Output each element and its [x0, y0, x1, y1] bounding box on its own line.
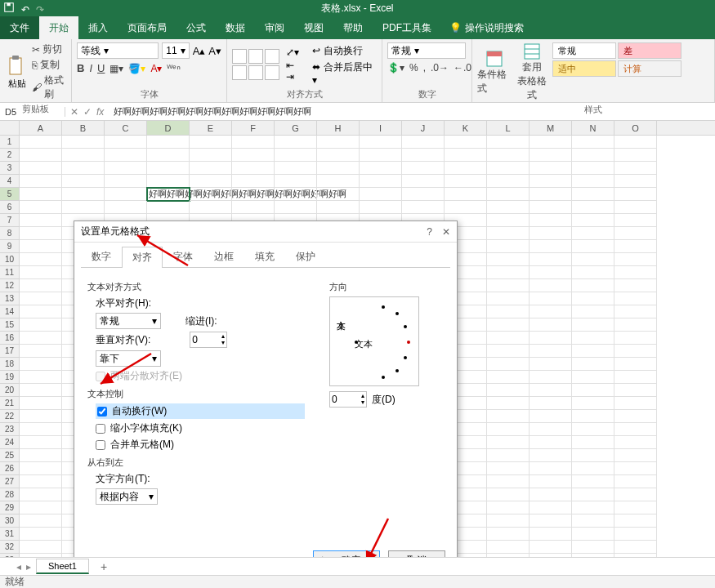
comma-button[interactable]: , — [423, 62, 426, 74]
cell[interactable] — [572, 162, 614, 175]
style-good[interactable]: 适中 — [552, 60, 616, 77]
cell[interactable] — [20, 462, 62, 475]
cell[interactable] — [62, 149, 105, 162]
cell[interactable] — [614, 541, 657, 554]
cell[interactable] — [614, 475, 657, 488]
indent-spinner[interactable]: 0▴▾ — [190, 332, 227, 348]
row-header-9[interactable]: 9 — [0, 240, 20, 253]
tab-font[interactable]: 字体 — [163, 246, 203, 267]
cell[interactable] — [530, 292, 572, 305]
row-header-29[interactable]: 29 — [0, 501, 20, 514]
cell[interactable] — [614, 488, 657, 501]
row-header-32[interactable]: 32 — [0, 541, 20, 554]
cell[interactable] — [614, 371, 657, 384]
cell[interactable] — [360, 175, 402, 188]
cell[interactable] — [572, 358, 614, 371]
redo-icon[interactable]: ↷ — [36, 2, 44, 18]
cell[interactable] — [190, 175, 232, 188]
cell[interactable] — [317, 201, 360, 214]
wrap-text-button[interactable]: ↩ 自动换行 — [312, 44, 377, 58]
cell[interactable] — [20, 449, 62, 462]
cell[interactable] — [614, 201, 657, 214]
font-name-select[interactable]: 等线▾ — [77, 42, 159, 59]
cell[interactable] — [445, 175, 487, 188]
cell[interactable] — [487, 201, 530, 214]
cell[interactable] — [275, 149, 317, 162]
cell[interactable] — [275, 175, 317, 188]
cell[interactable] — [190, 188, 232, 201]
cell[interactable] — [402, 136, 445, 149]
cell[interactable] — [487, 371, 530, 384]
col-header-M[interactable]: M — [530, 121, 572, 135]
cell[interactable] — [105, 175, 147, 188]
row-header-4[interactable]: 4 — [0, 175, 20, 188]
cell[interactable] — [530, 136, 572, 149]
row-header-20[interactable]: 20 — [0, 384, 20, 397]
cell[interactable] — [360, 201, 402, 214]
phonetic-button[interactable]: ᵂᵉⁿ — [167, 63, 180, 74]
cell[interactable] — [62, 136, 105, 149]
merge-cells-check[interactable]: 合并单元格(M) — [96, 438, 305, 452]
cell[interactable] — [572, 214, 614, 227]
cell[interactable] — [20, 541, 62, 554]
merge-checkbox[interactable] — [96, 440, 105, 450]
cell[interactable] — [20, 266, 62, 279]
cell[interactable] — [487, 358, 530, 371]
cell[interactable] — [20, 514, 62, 528]
cell[interactable] — [190, 201, 232, 214]
cell[interactable] — [190, 136, 232, 149]
sheet-tab-1[interactable]: Sheet1 — [36, 559, 89, 574]
cell[interactable] — [147, 162, 190, 175]
cell[interactable] — [275, 201, 317, 214]
align-grid[interactable] — [232, 49, 279, 80]
cell[interactable] — [614, 305, 657, 318]
cell[interactable] — [530, 528, 572, 541]
cell[interactable] — [147, 175, 190, 188]
cell[interactable] — [487, 541, 530, 554]
cell[interactable] — [20, 136, 62, 149]
row-header-15[interactable]: 15 — [0, 318, 20, 332]
cell[interactable] — [614, 318, 657, 332]
cell[interactable] — [487, 436, 530, 449]
cell[interactable] — [232, 149, 275, 162]
cell[interactable] — [530, 514, 572, 528]
cell[interactable] — [614, 188, 657, 201]
col-header-A[interactable]: A — [20, 121, 62, 135]
number-format-select[interactable]: 常规▾ — [387, 42, 466, 59]
row-header-8[interactable]: 8 — [0, 227, 20, 240]
cell[interactable] — [530, 266, 572, 279]
degree-spinner[interactable]: 0▴▾ — [329, 391, 367, 408]
row-header-30[interactable]: 30 — [0, 514, 20, 528]
style-bad[interactable]: 差 — [618, 42, 681, 59]
cell[interactable] — [487, 175, 530, 188]
cell[interactable] — [402, 188, 445, 201]
cell[interactable] — [530, 149, 572, 162]
cell[interactable] — [530, 501, 572, 514]
cell[interactable] — [614, 266, 657, 279]
sheet-nav-next-icon[interactable]: ▸ — [26, 561, 31, 572]
cell[interactable] — [614, 175, 657, 188]
grow-font-icon[interactable]: A▴ — [193, 45, 206, 57]
cell[interactable] — [572, 449, 614, 462]
cell[interactable] — [147, 201, 190, 214]
cell[interactable] — [487, 279, 530, 292]
cell[interactable] — [487, 462, 530, 475]
style-calc[interactable]: 计算 — [618, 60, 681, 77]
cell[interactable] — [62, 188, 105, 201]
cell[interactable] — [445, 201, 487, 214]
cell[interactable] — [147, 136, 190, 149]
cell[interactable] — [317, 162, 360, 175]
select-all-corner[interactable] — [0, 121, 20, 136]
cell[interactable] — [530, 488, 572, 501]
col-header-N[interactable]: N — [572, 121, 614, 135]
menu-insert[interactable]: 插入 — [78, 16, 118, 39]
cell[interactable] — [572, 266, 614, 279]
wrap-text-check[interactable]: 自动换行(W) — [96, 403, 305, 419]
tab-number[interactable]: 数字 — [81, 246, 122, 267]
cell[interactable] — [62, 162, 105, 175]
cell[interactable] — [20, 423, 62, 436]
cell[interactable] — [20, 475, 62, 488]
cell[interactable] — [530, 345, 572, 358]
dec-decimal-button[interactable]: ←.0 — [454, 62, 471, 74]
cell-styles[interactable]: 常规 差 适中 计算 — [552, 42, 681, 102]
